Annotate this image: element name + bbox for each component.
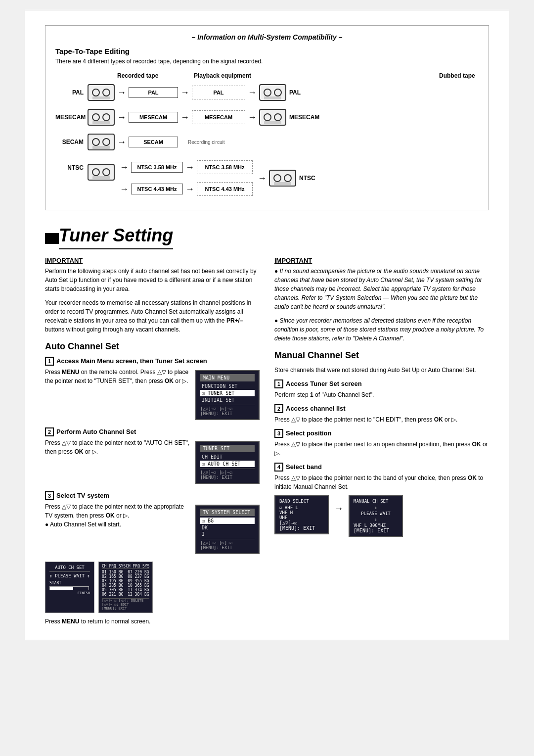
manual-step4-num: 4	[274, 463, 283, 472]
svg-rect-3	[92, 96, 110, 99]
black-bar	[45, 233, 59, 244]
important-text-left: Perform the following steps only if auto…	[45, 267, 260, 293]
step1-text: Press MENU on the remote control. Press …	[45, 368, 190, 385]
important-text-right1: ● If no sound accompanies the picture or…	[274, 267, 489, 311]
manual-ch-set-screen: MANUAL CH SET ↕ PLEASE WAIT ↕ VHF L 300M…	[349, 495, 403, 537]
main-menu-screen: MAIN MENU FUNCTION SET ☑ TUNER SET INITI…	[195, 370, 260, 420]
right-column: IMPORTANT ● If no sound accompanies the …	[274, 257, 489, 625]
manual-step1-text: Perform step 1 of "Auto Channel Set".	[274, 390, 489, 399]
pal-dubbed-label: PAL	[286, 89, 301, 96]
step3-title: Select TV system	[56, 492, 109, 499]
pal-label: PAL	[55, 89, 88, 96]
manual-step3: 3 Select position Press △▽ to place the …	[274, 429, 489, 458]
manual-step4: 4 Select band Press △▽ to place the poin…	[274, 463, 489, 537]
svg-rect-11	[92, 121, 110, 124]
secam-recorded-cassette	[88, 133, 115, 151]
mesecam-recorded-cassette	[88, 108, 115, 126]
ntsc-dubbed-cassette	[269, 169, 296, 187]
section-header: – Information on Multi-System Compatibil…	[55, 33, 479, 41]
tuner-set-screen: TUNER SET CH EDIT ☑ AUTO CH SET [△▽]→☑ […	[195, 441, 260, 484]
pal-arrow1: →	[117, 88, 126, 98]
step2-text: Press △▽ to place the pointer next to "A…	[45, 438, 190, 456]
pal-recording-box: PAL	[194, 88, 243, 97]
manual-channel-set-title: Manual Channel Set	[274, 350, 489, 361]
auto-step3: 3 Select TV system Press △▽ to place the…	[45, 491, 260, 557]
svg-rect-19	[92, 146, 110, 149]
step2-title: Perform Auto Channel Set	[56, 428, 136, 435]
important-text-left2: Your recorder needs to memorise all nece…	[45, 298, 260, 334]
svg-rect-27	[274, 182, 291, 185]
tv-system-screen: TV SYSTEM SELECT ☑ BG DK I [△▽]→☑ [▷]→☑[…	[195, 505, 260, 554]
mesecam-label: MESECAM	[55, 114, 88, 121]
important-label-right: IMPORTANT	[274, 257, 489, 264]
tuner-title: Tuner Setting	[59, 225, 173, 249]
mesecam-dubbed-label: MESECAM	[286, 114, 319, 121]
pal-arrow2: →	[180, 88, 189, 98]
progress-auto-label: AUTO CH SET	[49, 565, 90, 572]
channel-list-screen: CH FRQ SYSCH FRQ SYS 01 150 BG07 220 BG …	[98, 562, 153, 613]
progress-start-label: START	[49, 581, 90, 585]
manual-step3-title: Select position	[286, 429, 331, 437]
auto-step2: 2 Perform Auto Channel Set Press △▽ to p…	[45, 427, 260, 486]
page: – Information on Multi-System Compatibil…	[25, 10, 509, 640]
left-column: IMPORTANT Perform the following steps on…	[45, 257, 260, 625]
svg-rect-15	[264, 121, 281, 124]
svg-rect-23	[92, 176, 110, 179]
ntsc-recorded-cassette	[88, 163, 115, 181]
pal-playback-box: PAL	[129, 87, 178, 98]
col-header-dubbed: Dubbed tape	[439, 72, 479, 79]
step2-num: 2	[45, 427, 54, 436]
progress-area: AUTO CH SET ↕ PLEASE WAIT ↕ START FINISH…	[45, 562, 260, 613]
step3-text: Press △▽ to place the pointer next to th…	[45, 502, 190, 520]
progress-wait-label: ↕ PLEASE WAIT ↕	[49, 573, 90, 578]
manual-step3-num: 3	[274, 429, 283, 438]
mesecam-dubbed-cassette	[259, 108, 286, 126]
step3-bullet: ● Auto Channel Set will start.	[45, 520, 190, 529]
secam-playback-box: SECAM	[129, 137, 178, 147]
band-mockups: BAND SELECT ☑ VHF L VHF H UHF [△▽]→☑[MEN…	[274, 495, 489, 537]
tape-title: Tape-To-Tape Editing	[55, 47, 479, 55]
band-select-screen: BAND SELECT ☑ VHF L VHF H UHF [△▽]→☑[MEN…	[274, 495, 329, 534]
ntsc-recording-box2: NTSC 4.43 MHz	[199, 184, 251, 194]
auto-channel-set-title: Auto Channel Set	[45, 341, 260, 352]
col-header-recorded: Recorded tape	[117, 72, 194, 79]
manual-step2: 2 Access channel list Press △▽ to place …	[274, 404, 489, 424]
pal-arrow3: →	[248, 88, 257, 98]
press-menu-text: Press MENU to return to normal screen.	[45, 618, 260, 625]
ntsc-playback-box2: NTSC 4.43 MHz	[131, 184, 183, 194]
tuner-section: Tuner Setting IMPORTANT Perform the foll…	[45, 220, 489, 625]
svg-rect-7	[264, 96, 281, 99]
pal-recorded-cassette	[88, 84, 115, 101]
ntsc-label: NTSC	[55, 156, 88, 171]
tape-diagram: Recorded tape Playback equipment Dubbed …	[55, 72, 479, 200]
pal-dubbed-cassette	[259, 84, 286, 101]
tape-subtitle: There are 4 different types of recorded …	[55, 58, 479, 65]
manual-step1-num: 1	[274, 379, 283, 388]
progress-labels: FINISH	[49, 591, 90, 595]
important-label-left: IMPORTANT	[45, 257, 260, 264]
manual-step2-num: 2	[274, 404, 283, 413]
top-section: – Information on Multi-System Compatibil…	[45, 25, 489, 210]
two-col-layout: IMPORTANT Perform the following steps on…	[45, 257, 489, 625]
manual-step4-title: Select band	[286, 463, 322, 471]
col-header-playback: Playback equipment	[194, 72, 270, 79]
manual-step1: 1 Access Tuner Set screen Perform step 1…	[274, 379, 489, 399]
auto-step1: 1 Access Main Menu screen, then Tuner Se…	[45, 357, 260, 423]
manual-step2-text: Press △▽ to place the pointer next to "C…	[274, 415, 489, 424]
manual-step3-text: Press △▽ to place the pointer next to an…	[274, 440, 489, 458]
manual-step4-text: Press △▽ to place the pointer next to th…	[274, 473, 489, 491]
manual-intro: Store channels that were not stored duri…	[274, 366, 489, 375]
arrow-to-manual: →	[334, 503, 344, 514]
ntsc-recording-box1: NTSC 3.58 MHz	[199, 162, 251, 172]
ntsc-dubbed-label: NTSC	[296, 175, 315, 182]
step1-num: 1	[45, 357, 54, 366]
progress-bar	[49, 586, 89, 590]
step1-title: Access Main Menu screen, then Tuner Set …	[56, 357, 207, 365]
secam-label: SECAM	[55, 139, 88, 145]
mesecam-playback-box: MESECAM	[129, 112, 178, 123]
step3-num: 3	[45, 491, 54, 500]
manual-step1-title: Access Tuner Set screen	[286, 380, 362, 387]
ntsc-playback-box1: NTSC 3.58 MHz	[131, 162, 183, 173]
important-text-right2: ● Since your recorder memorises all dete…	[274, 316, 489, 343]
manual-step2-title: Access channel list	[286, 405, 346, 412]
